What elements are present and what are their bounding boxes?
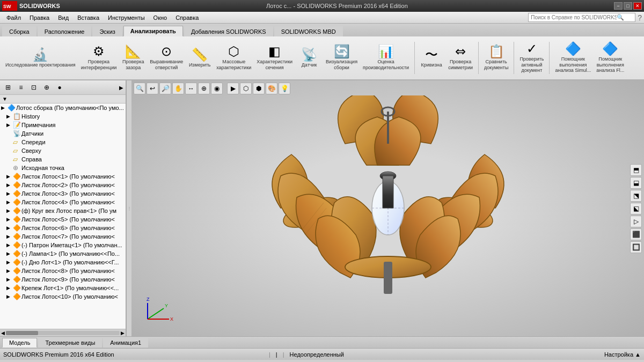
tree-part-1[interactable]: ▶ 🔶 Листок Лотос<1> (По умолчанию< xyxy=(0,172,126,181)
ribbon-btn-design-study[interactable]: 🔬 Исследование проектирования xyxy=(3,47,78,69)
ribbon-btn-check-active[interactable]: ✓ Проверитьактивныйдокумент xyxy=(517,41,546,75)
vp-zoom-btn[interactable]: 🔎 xyxy=(159,83,171,94)
tree-part-5[interactable]: ▶ 🔶 Листок Лотос<5> (По умолчанию< xyxy=(0,215,126,224)
ribbon-btn-mass[interactable]: ⬡ Массовыехарактеристики xyxy=(214,44,253,72)
part2-arrow: ▶ xyxy=(6,182,13,188)
ribbon-btn-sensor[interactable]: 📡 Датчик xyxy=(296,47,323,69)
tree-circle[interactable]: ▶ 🔶 (ф) Круг вех Лотос прав<1> (По ум xyxy=(0,206,126,215)
vp-display3-btn[interactable]: ⬢ xyxy=(253,83,265,94)
ribbon-btn-measure[interactable]: 📏 Измерить xyxy=(186,47,213,69)
search-input[interactable] xyxy=(531,14,617,20)
tree-part-4[interactable]: ▶ 🔶 Листок Лотос<4> (По умолчанию< xyxy=(0,198,126,206)
tree-part-8[interactable]: ▶ 🔶 Листок Лотос<8> (По умолчанию< xyxy=(0,267,126,275)
panel-expand-btn[interactable]: ▶ xyxy=(119,85,123,91)
tree-part-9[interactable]: ▶ 🔶 Листок Лотос<9> (По умолчанию< xyxy=(0,275,126,284)
panel-resize-handle[interactable]: ⋮ xyxy=(126,80,131,336)
vp-zoom-fit-btn[interactable]: 🔍 xyxy=(134,83,145,94)
tree-part-2[interactable]: ▶ 🔶 Листок Лотос<2> (По умолчанию< xyxy=(0,181,126,189)
scroll-left-btn[interactable]: ◀ xyxy=(1,330,5,336)
vp-right-frame[interactable]: 🔲 xyxy=(630,241,642,253)
close-button[interactable]: ✕ xyxy=(633,2,642,10)
tree-notes[interactable]: ▶ 📝 Примечания xyxy=(0,121,126,129)
menu-file[interactable]: Файл xyxy=(2,13,25,22)
bottom-arrow: ▶ xyxy=(6,260,13,265)
vp-section-btn[interactable]: ◉ xyxy=(211,83,223,94)
search-box[interactable]: 🔍 xyxy=(528,13,635,22)
tree-lamp[interactable]: ▶ 🔶 (-) Лампа<1> (По умолчанию<<По... xyxy=(0,249,126,258)
tab-analyze[interactable]: Анализировать xyxy=(123,26,183,36)
vp-display2-btn[interactable]: ⬡ xyxy=(240,83,252,94)
ribbon-btn-align-holes[interactable]: ⊙ Выравниваниеотверстий xyxy=(148,44,185,72)
vp-select-btn[interactable]: ⊕ xyxy=(198,83,210,94)
restore-button[interactable]: □ xyxy=(624,2,632,10)
vp-right-view3[interactable]: ⬔ xyxy=(630,190,642,202)
vp-right-view2[interactable]: ⬓ xyxy=(630,177,642,189)
vp-rotate-btn[interactable]: ↔ xyxy=(185,83,197,94)
feature-manager-btn[interactable]: ⊞ xyxy=(2,82,14,93)
tree-front[interactable]: ▱ Спереди xyxy=(0,138,126,146)
vp-right-view4[interactable]: ⬕ xyxy=(630,203,642,215)
ribbon-btn-flow-wizard[interactable]: 🔷 Помощниквыполненияанализа Fl... xyxy=(594,41,626,75)
appearance-btn[interactable]: ● xyxy=(54,82,65,93)
ribbon-btn-section[interactable]: ◧ Характеристикисечения xyxy=(254,44,295,72)
menu-help[interactable]: Справка xyxy=(171,13,203,22)
ribbon-btn-clearance[interactable]: 📐 Проверказазора xyxy=(120,44,147,72)
vp-display1-btn[interactable]: ▶ xyxy=(227,83,239,94)
menu-window[interactable]: Окно xyxy=(149,13,172,22)
tree-part3-label: Листок Лотос<3> (По умолчанию< xyxy=(21,190,115,197)
resize-icon: ⋮ xyxy=(127,206,131,211)
tree-patron[interactable]: ▶ 🔶 (-) Патрон Иметац<1> (По умолчан... xyxy=(0,241,126,249)
dim-expert-btn[interactable]: ⊕ xyxy=(41,82,53,93)
tree-part-10[interactable]: ▶ 🔶 Листок Лотос<10> (По умолчанию< xyxy=(0,292,126,301)
assembly-icon: 🔷 xyxy=(8,104,16,112)
ribbon-tabs: Сборка Расположение Эскиз Анализировать … xyxy=(0,24,644,36)
menu-insert[interactable]: Вставка xyxy=(73,13,104,22)
ribbon-btn-interference[interactable]: ⚙ Проверкаинтерференции xyxy=(79,44,119,72)
tab-animation[interactable]: Анимация1 xyxy=(103,338,148,348)
menu-edit[interactable]: Правка xyxy=(25,13,54,22)
tab-addons[interactable]: Добавления SOLIDWORKS xyxy=(184,26,273,36)
vp-right-view1[interactable]: ⬒ xyxy=(630,164,642,176)
ribbon-btn-compare-docs[interactable]: 📋 Сравнитьдокументы xyxy=(482,44,510,72)
main-content: ⊞ ≡ ⊡ ⊕ ● ▶ ▼ ▶ 🔷 Лотос сборка (По умолч… xyxy=(0,80,644,336)
ribbon-btn-simul-wizard[interactable]: 🔷 Помощниквыполненияанализа Simul... xyxy=(553,41,593,75)
tab-model[interactable]: Модель xyxy=(2,338,37,348)
minimize-button[interactable]: − xyxy=(614,2,623,10)
tree-part-6[interactable]: ▶ 🔶 Листок Лотос<6> (По умолчанию< xyxy=(0,224,126,232)
tab-layout[interactable]: Расположение xyxy=(38,26,92,36)
svg-rect-12 xyxy=(383,176,393,208)
tab-sketch[interactable]: Эскиз xyxy=(92,26,122,36)
tree-krepe[interactable]: ▶ 🔶 Крепеж Лот<1> (По умолчанию<<... xyxy=(0,284,126,292)
help-button[interactable]: ? xyxy=(638,13,642,22)
ribbon-btn-curvature[interactable]: 〜 Кривизна xyxy=(418,47,445,69)
vp-display4-btn[interactable]: 🎨 xyxy=(266,83,277,94)
ribbon-btn-assembly-vis[interactable]: 🔄 Визуализациясборки xyxy=(324,44,360,72)
menu-tools[interactable]: Инструменты xyxy=(104,13,149,22)
tree-top[interactable]: ▱ Сверху xyxy=(0,146,126,155)
vp-pan-btn[interactable]: ✋ xyxy=(172,83,184,94)
tree-right[interactable]: ▱ Справа xyxy=(0,155,126,164)
tree-sensors[interactable]: 📡 Датчики xyxy=(0,129,126,138)
vp-right-play[interactable]: ▷ xyxy=(630,216,642,227)
ribbon-btn-symmetry[interactable]: ⇔ Проверкасимметрии xyxy=(446,44,475,72)
tab-mbd[interactable]: SOLIDWORKS MBD xyxy=(274,26,343,36)
tree-part-7[interactable]: ▶ 🔶 Листок Лотос<7> (По умолчанию< xyxy=(0,232,126,241)
vp-light-btn[interactable]: 💡 xyxy=(279,83,290,94)
tab-3d-views[interactable]: Трехмерные виды xyxy=(38,338,102,348)
menu-view[interactable]: Вид xyxy=(54,13,73,22)
tree-bottom[interactable]: ▶ 🔶 (-) Дно Лот<1> (По умолчанию<<Г... xyxy=(0,258,126,267)
scroll-right-btn[interactable]: ▶ xyxy=(121,330,125,336)
tree-root[interactable]: ▶ 🔷 Лотос сборка (По умолчанию<По умо... xyxy=(0,104,126,112)
config-manager-btn[interactable]: ⊡ xyxy=(28,82,40,93)
tree-history[interactable]: ▶ 📋 History xyxy=(0,112,126,121)
panel-scrollbar-bottom[interactable]: ◀ ▶ xyxy=(0,329,126,336)
ribbon-btn-performance[interactable]: 📊 Оценкапроизводительности xyxy=(361,44,411,72)
status-settings[interactable]: Настройка ▲ xyxy=(604,351,641,358)
vp-right-stop[interactable]: ⬛ xyxy=(630,228,642,240)
3d-viewport[interactable]: 🔍 ↩ 🔎 ✋ ↔ ⊕ ◉ ▶ ⬡ ⬢ 🎨 💡 xyxy=(131,80,644,336)
tree-origin[interactable]: ⊕ Исходная точка xyxy=(0,164,126,172)
property-manager-btn[interactable]: ≡ xyxy=(15,82,27,93)
vp-undo-btn[interactable]: ↩ xyxy=(147,83,158,94)
tree-part-3[interactable]: ▶ 🔶 Листок Лотос<3> (По умолчанию< xyxy=(0,189,126,198)
tab-assembly[interactable]: Сборка xyxy=(2,26,36,36)
